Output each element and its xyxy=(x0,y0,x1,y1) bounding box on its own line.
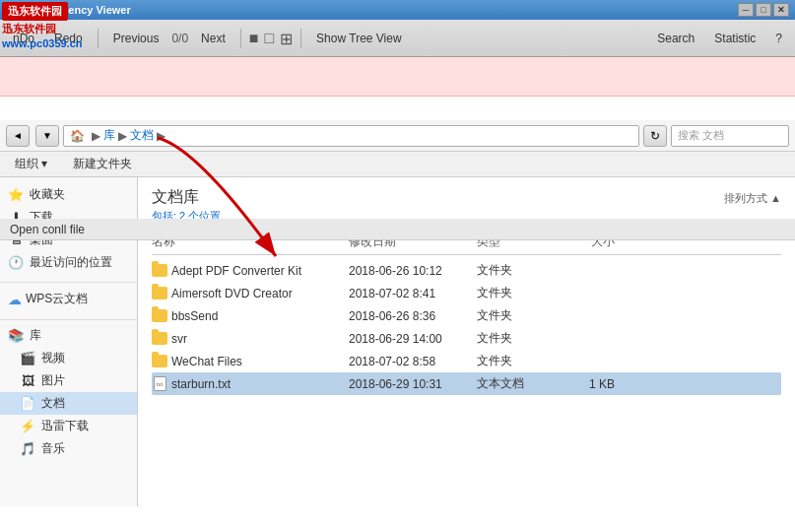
toolbar-separator-1 xyxy=(98,29,99,48)
table-row[interactable]: WeChat Files2018-07-02 8:58文件夹 xyxy=(152,350,781,372)
icon-grid: ⊞ xyxy=(280,30,293,48)
table-row[interactable]: svr2018-06-29 14:00文件夹 xyxy=(152,327,781,350)
star-icon: ⭐ xyxy=(8,187,24,203)
file-name: WeChat Files xyxy=(152,354,349,369)
sidebar-item-xunlei[interactable]: ⚡ 迅雷下载 xyxy=(0,415,137,437)
address-search[interactable]: 搜索 文档 xyxy=(671,125,789,147)
path-sep-2: ▶ xyxy=(157,129,166,143)
table-row[interactable]: txtstarburn.txt2018-06-29 10:31文本文档1 KB xyxy=(152,372,781,395)
help-button[interactable]: ? xyxy=(768,29,789,48)
sidebar-item-documents[interactable]: 📄 文档 xyxy=(0,392,137,415)
divider-1 xyxy=(0,282,137,283)
address-path[interactable]: 🏠 ▶ 库 ▶ 文档 ▶ xyxy=(63,125,639,147)
file-name: bbsSend xyxy=(152,308,349,324)
search-button[interactable]: Search xyxy=(650,29,701,48)
back-button[interactable]: ◄ xyxy=(6,125,30,147)
folder-icon xyxy=(152,354,167,369)
divider-2 xyxy=(0,319,137,320)
xunlei-icon: ⚡ xyxy=(20,419,35,434)
redo-button[interactable]: Redo xyxy=(47,29,90,48)
file-rows: Adept PDF Converter Kit2018-06-26 10:12文… xyxy=(152,259,781,395)
dependency-viewer-toolbar: 📦 Dependency Viewer ─ □ ✕ nDo Redo Previ… xyxy=(0,0,795,57)
pink-banner xyxy=(0,57,795,97)
library-icon: 📚 xyxy=(8,328,24,344)
file-name: Adept PDF Converter Kit xyxy=(152,263,349,279)
file-icon: txt xyxy=(152,376,167,392)
recent-icon: 🕐 xyxy=(8,255,24,271)
icon-square2: □ xyxy=(264,30,274,47)
dep-toolbar: nDo Redo Previous 0/0 Next ■ □ ⊞ Show Tr… xyxy=(0,20,795,57)
search-placeholder: 搜索 文档 xyxy=(678,128,724,143)
file-date: 2018-07-02 8:41 xyxy=(349,287,477,300)
path-sep-0: ▶ xyxy=(92,129,100,143)
new-folder-button[interactable]: 新建文件夹 xyxy=(64,153,141,175)
app-title: Dependency Viewer xyxy=(29,4,131,16)
sort-button[interactable]: 排列方式 ▲ xyxy=(724,191,781,206)
sidebar-item-cloud[interactable]: ☁ WPS云文档 xyxy=(0,287,137,311)
folder-icon xyxy=(152,308,167,324)
path-part-library[interactable]: 库 xyxy=(103,127,115,144)
window-controls: ─ □ ✕ xyxy=(738,3,789,17)
file-type: 文件夹 xyxy=(477,285,556,301)
sidebar-libraries-section: 📚 库 🎬 视频 🖼 图片 📄 文档 ⚡ 迅雷下载 xyxy=(0,324,137,460)
undo-button[interactable]: nDo xyxy=(6,29,41,48)
file-type: 文件夹 xyxy=(477,307,556,324)
file-date: 2018-06-26 10:12 xyxy=(349,264,477,278)
open-label-text: Open conll file xyxy=(10,223,85,236)
title-bar: 📦 Dependency Viewer ─ □ ✕ xyxy=(0,0,795,20)
sidebar-item-libraries-header[interactable]: 📚 库 xyxy=(0,324,137,347)
library-title: 文档库 xyxy=(152,187,221,208)
file-type: 文件夹 xyxy=(477,330,556,347)
table-row[interactable]: Adept PDF Converter Kit2018-06-26 10:12文… xyxy=(152,259,781,282)
file-date: 2018-06-29 10:31 xyxy=(349,377,477,391)
statistic-button[interactable]: Statistic xyxy=(707,29,762,48)
previous-button[interactable]: Previous xyxy=(106,29,166,48)
sidebar-cloud-section: ☁ WPS云文档 xyxy=(0,287,137,311)
table-row[interactable]: Aimersoft DVD Creator2018-07-02 8:41文件夹 xyxy=(152,282,781,304)
forward-button[interactable]: ▼ xyxy=(35,125,59,147)
nav-count: 0/0 xyxy=(171,32,188,45)
sidebar-item-favorites-header[interactable]: ⭐ 收藏夹 xyxy=(0,183,137,206)
music-icon: 🎵 xyxy=(20,441,35,457)
video-icon: 🎬 xyxy=(20,351,35,366)
icon-square1: ■ xyxy=(249,30,259,47)
folder-icon xyxy=(152,331,167,347)
path-sep-1: ▶ xyxy=(118,129,127,143)
file-date: 2018-06-26 8:36 xyxy=(349,309,477,323)
document-icon: 📄 xyxy=(20,396,35,412)
file-date: 2018-06-29 14:00 xyxy=(349,332,477,346)
file-name: txtstarburn.txt xyxy=(152,376,349,392)
organize-button[interactable]: 组织 ▾ xyxy=(6,153,56,175)
file-type: 文件夹 xyxy=(477,262,556,279)
folder-icon xyxy=(152,286,167,301)
file-name: svr xyxy=(152,331,349,347)
minimize-button[interactable]: ─ xyxy=(738,3,754,17)
table-row[interactable]: bbsSend2018-06-26 8:36文件夹 xyxy=(152,304,781,327)
file-date: 2018-07-02 8:58 xyxy=(349,355,477,368)
toolbar-separator-3 xyxy=(300,29,301,48)
file-size: 1 KB xyxy=(556,377,615,391)
show-tree-view-button[interactable]: Show Tree View xyxy=(309,29,409,48)
cloud-icon: ☁ xyxy=(8,292,22,307)
toolbar-separator-2 xyxy=(240,29,241,48)
folder-icon xyxy=(152,263,167,279)
file-toolbar: 组织 ▾ 新建文件夹 xyxy=(0,152,795,177)
picture-icon: 🖼 xyxy=(20,373,35,389)
file-name: Aimersoft DVD Creator xyxy=(152,286,349,301)
sidebar-item-videos[interactable]: 🎬 视频 xyxy=(0,347,137,369)
next-button[interactable]: Next xyxy=(194,29,232,48)
sidebar-item-recent[interactable]: 🕐 最近访问的位置 xyxy=(0,251,137,274)
path-part-docs[interactable]: 文档 xyxy=(130,127,154,144)
close-button[interactable]: ✕ xyxy=(773,3,789,17)
address-bar: ◄ ▼ 🏠 ▶ 库 ▶ 文档 ▶ ↻ 搜索 文档 xyxy=(0,120,795,152)
sidebar-item-music[interactable]: 🎵 音乐 xyxy=(0,437,137,460)
file-type: 文件夹 xyxy=(477,353,556,369)
app-icon: 📦 xyxy=(6,2,23,18)
file-type: 文本文档 xyxy=(477,375,556,392)
open-file-label: Open conll file xyxy=(0,219,795,240)
restore-button[interactable]: □ xyxy=(756,3,771,17)
path-icon: 🏠 xyxy=(70,129,85,143)
sidebar-item-pictures[interactable]: 🖼 图片 xyxy=(0,369,137,392)
file-dialog: Open conll file ◄ ▼ 🏠 ▶ 库 ▶ 文档 ▶ ↻ 搜索 文档… xyxy=(0,120,795,532)
refresh-button[interactable]: ↻ xyxy=(643,125,667,147)
